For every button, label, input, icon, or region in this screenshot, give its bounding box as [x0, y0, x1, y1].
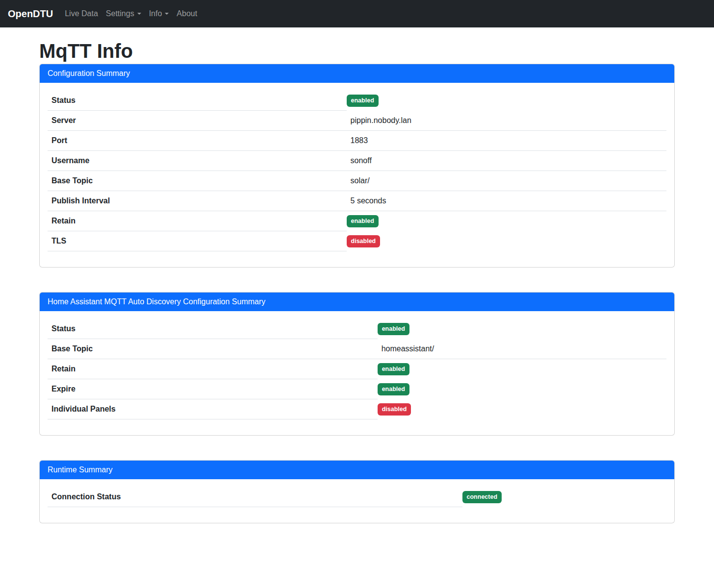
- navbar: OpenDTU Live DataSettingsInfoAbout: [0, 0, 714, 27]
- status-badge: enabled: [347, 215, 379, 227]
- nav-link-settings[interactable]: Settings: [102, 5, 145, 22]
- row-label: TLS: [48, 231, 347, 251]
- row-label: Expire: [48, 379, 378, 399]
- card-header-runtime-summary: Runtime Summary: [40, 461, 674, 479]
- page-title: MqTT Info: [39, 39, 675, 63]
- table-row: Usernamesonoff: [48, 151, 666, 171]
- table-row: Serverpippin.nobody.lan: [48, 111, 666, 131]
- card-runtime-summary: Runtime Summary Connection Statusconnect…: [39, 460, 675, 523]
- status-badge: disabled: [347, 235, 381, 247]
- table-row: Statusenabled: [48, 91, 666, 111]
- row-label: Status: [48, 91, 347, 111]
- row-label: Username: [48, 151, 347, 171]
- main-container: MqTT Info Configuration Summary Statusen…: [39, 27, 675, 523]
- card-ha-mqtt-discovery-summary: Home Assistant MQTT Auto Discovery Confi…: [39, 292, 675, 436]
- row-value: pippin.nobody.lan: [347, 111, 666, 131]
- nav-link-info[interactable]: Info: [145, 5, 173, 22]
- table-row: Individual Panelsdisabled: [48, 399, 666, 419]
- row-value: 5 seconds: [347, 191, 666, 211]
- status-badge: enabled: [378, 323, 409, 335]
- row-value: enabled: [347, 91, 666, 111]
- runtime-summary-table: Connection Statusconnected: [48, 487, 666, 507]
- row-label: Base Topic: [48, 171, 347, 191]
- row-label: Port: [48, 131, 347, 151]
- nav-item-live-data: Live Data: [61, 5, 102, 22]
- row-value: sonoff: [347, 151, 666, 171]
- table-row: Port1883: [48, 131, 666, 151]
- chevron-down-icon: [137, 13, 141, 15]
- status-badge: enabled: [378, 383, 409, 395]
- status-badge: disabled: [378, 403, 411, 416]
- row-value: homeassistant/: [378, 339, 666, 359]
- card-body: Connection Statusconnected: [40, 479, 674, 523]
- card-header-ha-mqtt-discovery: Home Assistant MQTT Auto Discovery Confi…: [40, 293, 674, 311]
- nav-item-info: Info: [145, 5, 173, 22]
- table-row: Base Topichomeassistant/: [48, 339, 666, 359]
- card-configuration-summary: Configuration Summary StatusenabledServe…: [39, 64, 675, 268]
- row-value: solar/: [347, 171, 666, 191]
- table-row: Connection Statusconnected: [48, 487, 666, 507]
- row-value: enabled: [378, 379, 666, 399]
- row-label: Retain: [48, 359, 378, 379]
- row-label: Connection Status: [48, 487, 462, 507]
- status-badge: connected: [462, 491, 502, 503]
- row-value: connected: [462, 487, 666, 507]
- table-row: TLSdisabled: [48, 231, 666, 251]
- row-label: Server: [48, 111, 347, 131]
- status-badge: enabled: [347, 95, 379, 107]
- configuration-summary-table: StatusenabledServerpippin.nobody.lanPort…: [48, 91, 666, 251]
- table-row: Statusenabled: [48, 319, 666, 339]
- row-value: 1883: [347, 131, 666, 151]
- row-value: disabled: [378, 399, 666, 419]
- row-label: Retain: [48, 211, 347, 231]
- chevron-down-icon: [165, 13, 169, 15]
- navbar-menu: Live DataSettingsInfoAbout: [61, 5, 201, 22]
- card-header-configuration-summary: Configuration Summary: [40, 64, 674, 83]
- row-value: enabled: [378, 319, 666, 339]
- row-value: disabled: [347, 231, 666, 251]
- table-row: Retainenabled: [48, 359, 666, 379]
- ha-discovery-summary-table: StatusenabledBase Topichomeassistant/Ret…: [48, 319, 666, 419]
- row-label: Publish Interval: [48, 191, 347, 211]
- table-row: Retainenabled: [48, 211, 666, 231]
- table-row: Expireenabled: [48, 379, 666, 399]
- nav-link-about[interactable]: About: [173, 5, 201, 22]
- card-body: StatusenabledBase Topichomeassistant/Ret…: [40, 311, 674, 435]
- nav-link-live-data[interactable]: Live Data: [61, 5, 102, 22]
- row-label: Individual Panels: [48, 399, 378, 419]
- table-row: Publish Interval5 seconds: [48, 191, 666, 211]
- table-row: Base Topicsolar/: [48, 171, 666, 191]
- status-badge: enabled: [378, 363, 409, 375]
- navbar-brand[interactable]: OpenDTU: [8, 8, 53, 20]
- row-label: Status: [48, 319, 378, 339]
- row-value: enabled: [378, 359, 666, 379]
- nav-item-settings: Settings: [102, 5, 145, 22]
- nav-item-about: About: [173, 5, 201, 22]
- card-body: StatusenabledServerpippin.nobody.lanPort…: [40, 83, 674, 267]
- row-value: enabled: [347, 211, 666, 231]
- row-label: Base Topic: [48, 339, 378, 359]
